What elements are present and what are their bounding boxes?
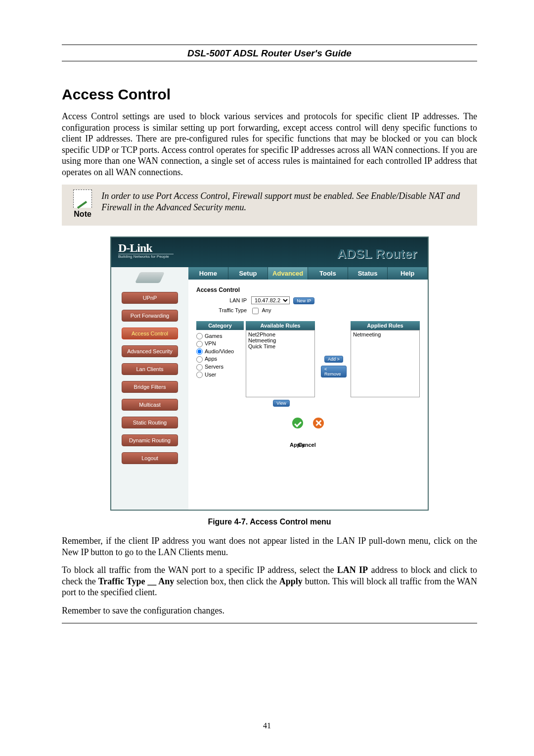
category-user[interactable] [196, 372, 203, 378]
sidebar-item-logout[interactable]: Logout [122, 452, 178, 464]
tab-home[interactable]: Home [188, 267, 228, 280]
section-title: Access Control [196, 286, 420, 293]
figure-caption: Figure 4-7. Access Control menu [62, 518, 477, 526]
list-item[interactable]: Netmeeting [248, 337, 312, 343]
sidebar-item-lan-clients[interactable]: Lan Clients [122, 363, 178, 375]
note-label: Note [64, 210, 101, 219]
tab-setup[interactable]: Setup [228, 267, 268, 280]
category-apps[interactable] [196, 356, 203, 363]
list-item[interactable]: Net2Phone [248, 331, 312, 337]
sidebar-item-advanced-security[interactable]: Advanced Security [122, 345, 178, 357]
column-applied: Applied Rules [351, 321, 420, 330]
sidebar-item-access-control[interactable]: Access Control [122, 328, 178, 339]
list-item[interactable]: Quick Time [248, 343, 312, 349]
category-audio-video[interactable] [196, 348, 203, 355]
brand-logo: D-Link [118, 241, 174, 254]
brand-tagline: Building Networks for People [118, 254, 169, 259]
traffic-type-label: Traffic Type [211, 307, 247, 313]
page-header: DSL-500T ADSL Router User's Guide [62, 45, 477, 61]
tab-help[interactable]: Help [388, 267, 428, 280]
view-button[interactable]: View [273, 400, 289, 407]
heading-access-control: Access Control [62, 86, 477, 103]
paragraph-block-traffic: To block all traffic from the WAN port t… [62, 565, 477, 598]
page-number: 41 [0, 721, 534, 730]
column-available: Available Rules [246, 321, 315, 330]
note-box: Note In order to use Port Access Control… [62, 185, 477, 226]
paragraph-remember-ip: Remember, if the client IP address you w… [62, 535, 477, 558]
sidebar-item-upnp[interactable]: UPnP [122, 292, 178, 304]
lan-ip-label: LAN IP [211, 297, 247, 303]
sidebar-item-bridge-filters[interactable]: Bridge Filters [122, 381, 178, 393]
apply-icon[interactable] [292, 418, 303, 428]
router-screenshot: D-Link Building Networks for People ADSL… [110, 236, 429, 511]
note-icon [73, 189, 92, 208]
intro-paragraph: Access Control settings are used to bloc… [62, 111, 477, 178]
sidebar-item-static-routing[interactable]: Static Routing [122, 417, 178, 428]
sidebar: UPnP Port Forwarding Access Control Adva… [111, 267, 188, 510]
router-title: ADSL Router [337, 246, 417, 262]
category-list: Games VPN Audio/Video Apps Servers User [196, 330, 244, 381]
add-button[interactable]: Add > [324, 356, 343, 363]
available-rules-list[interactable]: Net2Phone Netmeeting Quick Time [246, 330, 315, 397]
category-games[interactable] [196, 333, 203, 339]
tab-advanced[interactable]: Advanced [268, 267, 308, 280]
sidebar-item-dynamic-routing[interactable]: Dynamic Routing [122, 434, 178, 446]
paragraph-save-config: Remember to save the configuration chang… [62, 605, 477, 616]
traffic-type-value: Any [262, 307, 271, 313]
list-item[interactable]: Netmeeting [353, 331, 417, 337]
remove-button[interactable]: < Remove [321, 366, 347, 378]
category-vpn[interactable] [196, 341, 203, 347]
sidebar-item-multicast[interactable]: Multicast [122, 399, 178, 411]
category-servers[interactable] [196, 364, 203, 371]
note-text: In order to use Port Access Control, Fir… [101, 189, 468, 214]
new-ip-button[interactable]: New IP [293, 297, 314, 304]
tab-bar: Home Setup Advanced Tools Status Help [188, 267, 428, 280]
applied-rules-list[interactable]: Netmeeting [351, 330, 420, 397]
cancel-icon[interactable] [313, 418, 324, 428]
lan-ip-select[interactable]: 10.47.82.2 [251, 296, 290, 304]
tab-tools[interactable]: Tools [308, 267, 348, 280]
tab-status[interactable]: Status [348, 267, 388, 280]
sidebar-item-port-forwarding[interactable]: Port Forwarding [122, 310, 178, 322]
router-icon [135, 272, 165, 283]
traffic-type-checkbox[interactable] [252, 308, 259, 314]
column-category: Category [196, 321, 244, 330]
cancel-label: Cancel [296, 442, 318, 448]
